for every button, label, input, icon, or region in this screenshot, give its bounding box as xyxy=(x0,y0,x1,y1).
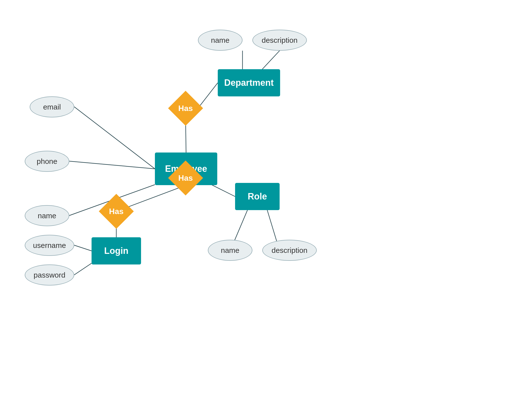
svg-line-6 xyxy=(262,51,280,69)
er-diagram: Employee Department Role Login Has Has H… xyxy=(0,0,532,394)
login-entity: Login xyxy=(92,237,141,264)
svg-line-1 xyxy=(69,161,155,169)
email-attribute: email xyxy=(30,96,74,117)
username-attribute: username xyxy=(25,235,74,256)
name-department-attribute: name xyxy=(198,30,242,51)
description-role-attribute: description xyxy=(262,240,317,261)
svg-line-0 xyxy=(74,107,155,169)
description-department-attribute: description xyxy=(252,30,307,51)
name-employee-attribute: name xyxy=(25,205,69,226)
svg-line-4 xyxy=(198,83,218,108)
phone-attribute: phone xyxy=(25,151,69,172)
role-entity: Role xyxy=(235,183,280,210)
svg-line-13 xyxy=(74,245,92,251)
svg-line-14 xyxy=(74,263,92,275)
department-entity: Department xyxy=(218,69,280,96)
name-role-attribute: name xyxy=(208,240,252,261)
password-attribute: password xyxy=(25,264,74,285)
